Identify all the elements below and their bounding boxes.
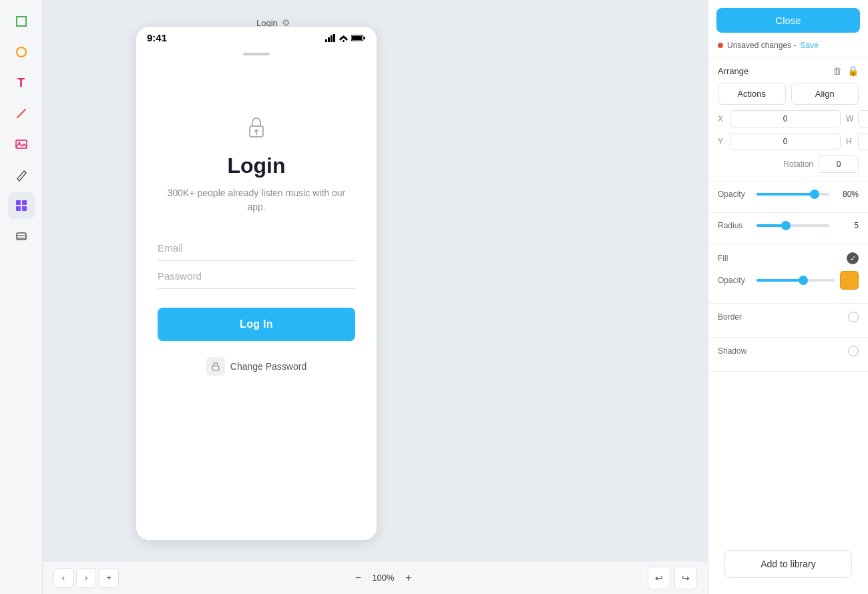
shadow-row: Shadow [718, 346, 859, 356]
phone-statusbar: 9:41 [136, 27, 377, 46]
radius-row: Radius 5 [718, 221, 859, 230]
left-toolbar: T [0, 0, 43, 594]
w-input[interactable] [858, 110, 868, 127]
phone-body: Login 300K+ people already listen music … [136, 46, 377, 540]
fill-opacity-label: Opacity [718, 276, 751, 285]
pen-tool[interactable] [8, 100, 35, 127]
zoom-out-button[interactable]: − [349, 569, 367, 587]
unsaved-row: Unsaved changes - Save [708, 41, 868, 57]
text-tool[interactable]: T [8, 69, 35, 96]
svg-rect-7 [22, 200, 27, 205]
opacity-row: Opacity 80% [718, 190, 859, 199]
svg-rect-14 [328, 37, 330, 42]
history-buttons: ↩ ↪ [648, 567, 697, 589]
phone-lock-icon [246, 115, 267, 144]
nav-buttons: ‹ › + [53, 568, 119, 588]
phone-mockup: 9:41 Login 300K+ people already listen m… [136, 27, 377, 540]
undo-button[interactable]: ↩ [648, 567, 670, 589]
x-label: X [718, 114, 727, 123]
action-buttons-row: Actions Align [718, 83, 859, 105]
email-input-group [136, 236, 377, 261]
svg-rect-3 [16, 140, 27, 148]
right-panel: Close Unsaved changes - Save Arrange 🗑 🔒… [708, 0, 868, 594]
radius-section: Radius 5 [708, 213, 868, 244]
change-password-text: Change Password [230, 361, 306, 372]
y-coord: Y [718, 133, 841, 150]
storage-tool[interactable] [8, 223, 35, 250]
svg-line-5 [24, 171, 26, 173]
align-button[interactable]: Align [791, 83, 859, 105]
change-password-icon [206, 357, 225, 376]
add-page-button[interactable]: + [99, 568, 119, 588]
bottom-bar: ‹ › + − 100% + ↩ ↪ [43, 561, 708, 594]
lock-icon[interactable]: 🔒 [847, 65, 859, 76]
forward-button[interactable]: › [76, 568, 96, 588]
arrange-icons: 🗑 🔒 [833, 65, 859, 76]
fill-label: Fill [718, 254, 728, 263]
zoom-in-button[interactable]: + [400, 569, 417, 587]
rectangle-tool[interactable] [8, 8, 35, 35]
svg-rect-13 [325, 39, 327, 42]
y-input[interactable] [730, 133, 841, 150]
shadow-toggle[interactable] [848, 346, 859, 356]
redo-button[interactable]: ↪ [674, 567, 697, 589]
close-button[interactable]: Close [716, 8, 860, 33]
circle-tool[interactable] [8, 39, 35, 65]
panel-footer: Add to library [708, 542, 868, 594]
back-button[interactable]: ‹ [53, 568, 73, 588]
email-input[interactable] [158, 236, 355, 261]
svg-rect-15 [331, 35, 333, 42]
fill-color-swatch[interactable] [840, 271, 859, 290]
x-input[interactable] [730, 110, 841, 127]
unsaved-dot [718, 43, 723, 48]
save-link[interactable]: Save [800, 41, 818, 50]
svg-rect-0 [17, 17, 26, 26]
fill-row: Fill ✓ [718, 252, 859, 264]
h-coord: H [846, 133, 868, 150]
opacity-value: 80% [835, 190, 859, 199]
y-label: Y [718, 137, 727, 146]
password-input[interactable] [158, 264, 355, 289]
login-button[interactable]: Log In [158, 308, 355, 341]
radius-thumb[interactable] [781, 221, 791, 230]
opacity-track[interactable] [756, 193, 829, 196]
image-tool[interactable] [8, 131, 35, 158]
border-label: Border [718, 312, 742, 322]
x-coord: X [718, 110, 841, 127]
rotation-row: Rotation [718, 156, 859, 173]
login-title: Login [227, 154, 285, 178]
svg-rect-19 [352, 36, 362, 40]
h-input[interactable] [858, 133, 868, 150]
rotation-input[interactable] [819, 156, 859, 173]
svg-rect-16 [333, 34, 335, 42]
fill-opacity-track[interactable] [756, 279, 835, 282]
fill-opacity-fill [756, 279, 803, 282]
border-toggle[interactable] [848, 312, 859, 322]
shadow-section: Shadow [708, 338, 868, 372]
unsaved-text: Unsaved changes - [727, 41, 796, 50]
h-label: H [846, 137, 855, 146]
add-to-library-button[interactable]: Add to library [724, 550, 852, 578]
opacity-fill [756, 193, 815, 196]
status-time: 9:41 [147, 32, 167, 43]
pencil-tool[interactable] [8, 162, 35, 188]
svg-point-22 [255, 129, 258, 133]
arrange-section: Arrange 🗑 🔒 Actions Align X W Y [708, 57, 868, 182]
fill-opacity-thumb[interactable] [799, 276, 808, 285]
radius-value: 5 [835, 221, 859, 230]
components-tool[interactable] [8, 192, 35, 219]
actions-button[interactable]: Actions [718, 83, 786, 105]
svg-rect-6 [16, 200, 21, 205]
arrange-header: Arrange 🗑 🔒 [718, 65, 859, 76]
shadow-label: Shadow [718, 346, 746, 356]
delete-icon[interactable]: 🗑 [833, 65, 842, 76]
svg-rect-20 [364, 37, 365, 39]
status-icons [325, 34, 366, 42]
arrange-title: Arrange [718, 66, 748, 76]
fill-check[interactable]: ✓ [847, 252, 859, 264]
svg-point-1 [17, 47, 26, 57]
opacity-thumb[interactable] [810, 190, 819, 199]
zoom-controls: − 100% + [349, 569, 417, 587]
radius-track[interactable] [756, 224, 829, 227]
change-password-row[interactable]: Change Password [206, 357, 306, 376]
